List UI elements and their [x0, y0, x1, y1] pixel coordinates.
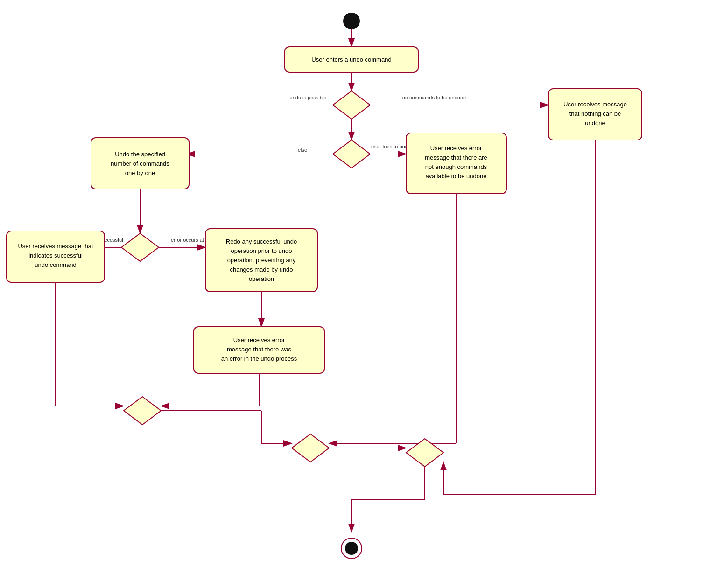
node-redo-text1: Redo any successful undo — [226, 238, 297, 245]
label-no-commands: no commands to be undone — [402, 95, 466, 100]
node-not-enough-text4: available to be undone — [426, 173, 487, 180]
node-redo-text2: operation prior to undo — [231, 247, 292, 254]
node-success-text3: undo command — [35, 261, 77, 268]
diamond-merge1 — [124, 397, 161, 425]
node-success-text1: User receives message that — [18, 243, 93, 250]
node-user-enters-undo-text: User enters a undo command — [311, 56, 391, 63]
label-else: else — [298, 147, 307, 153]
node-not-enough-text2: message that there are — [425, 154, 487, 161]
diamond-undo-check — [333, 91, 370, 119]
diagram-container: User enters a undo command undo is possi… — [0, 0, 703, 588]
node-error-text2: message that there was — [227, 346, 292, 353]
node-nothing-undone-text1: User receives message — [563, 101, 627, 108]
start-node — [343, 13, 360, 29]
node-undo-specified-text3: one by one — [125, 169, 155, 176]
diamond-else — [333, 140, 370, 168]
node-undo-specified-text1: Undo the specified — [115, 151, 165, 158]
uml-diagram: User enters a undo command undo is possi… — [0, 0, 703, 588]
diamond-merge2 — [292, 434, 329, 462]
node-success-text2: indicates successful — [28, 252, 83, 259]
node-redo-text5: operation — [249, 275, 274, 282]
node-nothing-undone-text3: undone — [585, 119, 605, 126]
end-inner — [345, 542, 358, 555]
node-not-enough-text1: User receives error — [430, 145, 482, 152]
node-error-text3: an error in the undo process — [221, 355, 297, 362]
node-redo-text3: operation, preventing any — [227, 257, 296, 264]
node-error-text1: User receives error — [233, 336, 285, 343]
node-not-enough-text3: not enough commands — [425, 163, 487, 170]
label-undo-possible: undo is possible — [290, 95, 327, 100]
diamond-undo-result — [121, 233, 159, 261]
node-undo-specified-text2: number of commands — [111, 160, 169, 167]
node-redo-text4: changes made by undo — [230, 266, 293, 273]
node-nothing-undone-text2: that nothing can be — [569, 110, 621, 117]
